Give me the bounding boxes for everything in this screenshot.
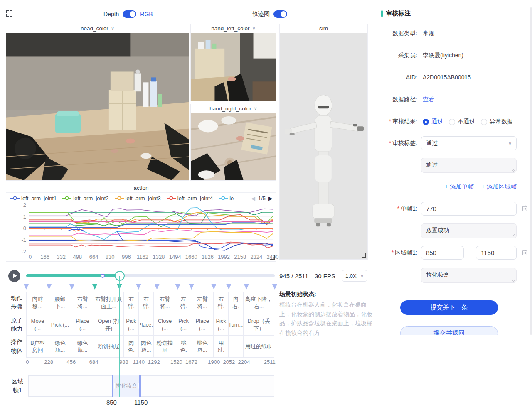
legend-item[interactable]: left_arm_joint2 xyxy=(62,195,108,201)
sim-viewport[interactable] xyxy=(280,33,367,259)
review-tag-note[interactable]: 通过 xyxy=(421,158,517,173)
resize-handle-icon[interactable] xyxy=(270,255,275,260)
table-axis-label: 1140 xyxy=(133,359,145,365)
timeline-marker[interactable] xyxy=(226,284,231,290)
delete-single-frame-icon[interactable] xyxy=(522,205,528,211)
ability-cell[interactable]: Pick (... xyxy=(214,314,228,336)
timeline-marker[interactable] xyxy=(24,284,29,290)
depth-rgb-toggle[interactable] xyxy=(123,10,136,18)
resize-handle-icon[interactable] xyxy=(362,253,366,258)
ability-cell[interactable]: Close (... xyxy=(154,314,176,336)
speed-select[interactable]: 1.0X ∨ xyxy=(342,270,367,282)
region-end-input[interactable] xyxy=(476,246,517,260)
timeline-marker[interactable] xyxy=(175,284,180,290)
timeline-marker[interactable] xyxy=(272,284,277,290)
timeline-marker[interactable] xyxy=(155,284,160,290)
step-cell[interactable]: 右臂将... xyxy=(71,292,94,314)
region-segment[interactable]: 拉化妆盒 xyxy=(112,375,141,397)
data-path-row: 数据路径: 查看 xyxy=(373,96,527,103)
single-frame-marker-dot[interactable] xyxy=(101,274,105,278)
object-cell[interactable]: 肉色. xyxy=(124,335,138,357)
legend-pagination: ◀ 1/5 ▶ xyxy=(251,195,273,201)
timeline-marker[interactable] xyxy=(69,284,74,290)
review-result-option[interactable]: 异常数据 xyxy=(481,118,513,125)
ability-cell[interactable]: Place (... xyxy=(71,314,94,336)
object-cell[interactable]: 粉饼抽屉 xyxy=(154,335,176,357)
object-cell[interactable]: 绿色瓶... xyxy=(49,335,71,357)
head-camera-title[interactable]: head_color ∨ xyxy=(6,24,189,33)
object-cell[interactable]: 桃色. xyxy=(176,335,191,357)
step-cell[interactable]: 右臂. xyxy=(124,292,138,314)
ability-cell[interactable]: Place (... xyxy=(191,314,213,336)
single-frame-input[interactable] xyxy=(421,202,517,216)
fullscreen-icon[interactable] xyxy=(6,10,12,17)
legend-line-icon xyxy=(115,196,124,200)
chart-plot-area xyxy=(29,205,273,251)
single-frame-note[interactable]: 放置成功 xyxy=(421,223,517,238)
object-cell[interactable]: 绿色瓶... xyxy=(71,335,94,357)
radio-selected-icon[interactable] xyxy=(423,119,429,125)
timeline-marker[interactable] xyxy=(211,284,216,290)
review-tag-select[interactable]: 通过 ∨ xyxy=(421,136,517,150)
review-result-option[interactable]: 不通过 xyxy=(449,118,475,125)
ability-cell[interactable]: Pick (... xyxy=(176,314,191,336)
view-data-path-link[interactable]: 查看 xyxy=(423,96,434,103)
add-single-frame-link[interactable]: + 添加单帧 xyxy=(445,183,474,191)
ability-cell[interactable]: Pick (... xyxy=(49,314,71,336)
ability-cell[interactable]: Drop（丢下） xyxy=(244,314,274,336)
hand-right-camera-title[interactable]: hand_right_color ∨ xyxy=(191,104,276,113)
submit-back-button[interactable]: 提交并返回 xyxy=(400,326,498,335)
object-cell[interactable]: 肉色透... xyxy=(139,335,153,357)
legend-item[interactable]: left_arm_joint1 xyxy=(10,195,57,201)
step-cell[interactable]: 右臂. xyxy=(214,292,228,314)
legend-prev-icon[interactable]: ◀ xyxy=(251,195,255,201)
legend-page-indicator: 1/5 xyxy=(258,195,266,201)
timeline-slider[interactable] xyxy=(26,274,275,277)
hand-left-camera-title[interactable]: hand_left_color ∨ xyxy=(191,24,276,33)
y-tick-label: -1 xyxy=(21,237,26,243)
step-cell[interactable]: 高度下降，右... xyxy=(244,292,274,314)
step-cell[interactable]: 向前移... xyxy=(27,292,49,314)
segment-left-handle[interactable] xyxy=(114,383,115,389)
legend-item[interactable]: left_arm_joint3 xyxy=(115,195,161,201)
review-result-option[interactable]: 通过 xyxy=(423,118,443,125)
step-cell[interactable]: 左臂将... xyxy=(191,292,213,314)
add-region-frame-link[interactable]: + 添加区域帧 xyxy=(481,183,517,191)
step-cell[interactable]: 右臂. xyxy=(139,292,153,314)
radio-icon[interactable] xyxy=(449,119,455,125)
delete-region-frame-icon[interactable] xyxy=(522,249,528,256)
region-axis-label: 1150 xyxy=(134,399,148,406)
object-cell[interactable]: 用过. xyxy=(214,335,228,357)
step-cell[interactable]: 腰部下... xyxy=(49,292,71,314)
legend-item[interactable]: le xyxy=(219,195,234,201)
object-cell[interactable]: 桃色唇... xyxy=(191,335,213,357)
region-frame-track[interactable]: 拉化妆盒 xyxy=(28,375,274,397)
timeline-marker[interactable] xyxy=(189,284,194,290)
step-cell[interactable]: 左臂. xyxy=(176,292,191,314)
timeline-marker[interactable] xyxy=(47,284,52,290)
x-tick-label: 1162 xyxy=(137,254,148,260)
panel-scrollbar[interactable] xyxy=(530,7,532,335)
trajectory-toggle[interactable] xyxy=(273,10,287,18)
segment-right-handle[interactable] xyxy=(138,383,139,389)
head-camera-name: head_color xyxy=(81,25,108,33)
play-button[interactable] xyxy=(8,270,20,282)
region-start-input[interactable] xyxy=(421,246,464,260)
object-cell[interactable] xyxy=(229,335,243,357)
step-cell[interactable]: 右臂将... xyxy=(154,292,176,314)
timeline-marker[interactable] xyxy=(244,284,249,290)
radio-icon[interactable] xyxy=(481,119,487,125)
legend-next-icon[interactable]: ▶ xyxy=(268,195,273,201)
timeline-marker-active[interactable] xyxy=(92,284,97,290)
submit-next-button[interactable]: 提交并下一条 xyxy=(400,300,498,315)
region-frame-note[interactable]: 拉化妆盒 xyxy=(421,268,517,283)
object-cell[interactable]: B户型房间 xyxy=(27,335,49,357)
legend-item[interactable]: left_arm_joint4 xyxy=(167,195,213,201)
ability-cell[interactable]: Pick (... xyxy=(124,314,138,336)
ability-cell[interactable]: Move (... xyxy=(27,314,49,336)
step-cell[interactable]: 向右. xyxy=(229,292,243,314)
ability-cell[interactable]: Turn... xyxy=(229,314,243,336)
object-cell[interactable]: 用过的纸巾 xyxy=(244,335,274,357)
ability-cell[interactable]: Place.. xyxy=(139,314,153,336)
timeline-marker[interactable] xyxy=(136,284,141,290)
